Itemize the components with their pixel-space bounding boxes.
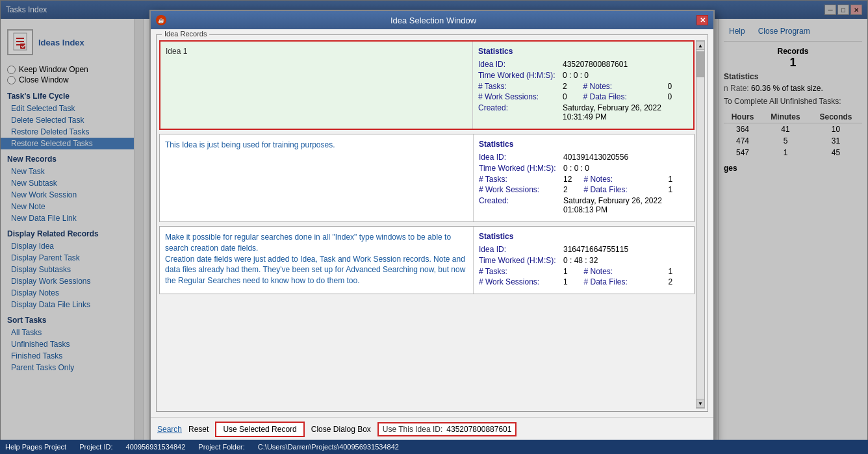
status-folder-label: Project Folder: (198, 443, 245, 451)
data-files-value-1: 0 (668, 92, 672, 101)
status-project-id: 400956931534842 (126, 443, 186, 451)
modal-title: Idea Selection Window (170, 16, 696, 25)
notes-label-2: # Notes: (584, 175, 669, 184)
stats-1-title: Statistics (478, 47, 688, 56)
idea-card-1-stats: Statistics Idea ID: 435207800887601 Time… (472, 42, 693, 129)
idea-card-3[interactable]: Make it possible for regular searches do… (159, 226, 695, 294)
status-folder: C:\Users\Darren\Projects\400956931534842 (258, 443, 399, 451)
modal-close-button[interactable]: ✕ (696, 15, 708, 25)
tasks-label-2: # Tasks: (479, 175, 563, 184)
scroll-up-button[interactable]: ▲ (696, 41, 705, 50)
stats-3-title: Statistics (479, 232, 689, 241)
idea-card-2-text: This Idea is just being used for trainin… (160, 134, 473, 221)
work-sessions-label-2: # Work Sessions: (479, 185, 563, 194)
idea-id-label-1: Idea ID: (478, 60, 563, 69)
idea-id-label-2: Idea ID: (479, 153, 563, 162)
modal-bottom-bar: Search Reset Use Selected Record Close D… (151, 417, 713, 440)
idea-card-3-stats: Statistics Idea ID: 316471664755115 Time… (473, 227, 694, 294)
tasks-value-1: 2 (563, 82, 567, 91)
use-selected-button[interactable]: Use Selected Record (215, 422, 304, 437)
idea-records-label: Idea Records (162, 30, 209, 38)
data-files-value-3: 2 (669, 277, 673, 286)
notes-value-2: 1 (669, 175, 673, 184)
tasks-label-3: # Tasks: (479, 267, 563, 276)
idea-id-value-1: 435207800887601 (563, 60, 628, 69)
status-project-id-label: Project ID: (79, 443, 112, 451)
tasks-value-3: 1 (563, 267, 568, 276)
idea-2-name: This Idea is just being used for trainin… (165, 140, 335, 149)
time-worked-label-2: Time Worked (H:M:S): (479, 164, 563, 173)
time-worked-label-1: Time Worked (H:M:S): (478, 71, 563, 80)
idea-card-1[interactable]: Idea 1 Statistics Idea ID: 4352078008876… (159, 40, 695, 130)
time-worked-value-1: 0 : 0 : 0 (563, 71, 589, 80)
data-files-label-1: # Data Files: (583, 92, 668, 101)
use-idea-id-label: Use This Idea ID: (383, 425, 442, 434)
notes-label-3: # Notes: (584, 267, 669, 276)
tasks-value-2: 12 (563, 175, 572, 184)
java-icon: ☕ (156, 15, 166, 25)
idea-list-scrollbar[interactable]: ▲ ▼ (696, 40, 705, 409)
data-files-value-2: 1 (669, 185, 673, 194)
scroll-down-button[interactable]: ▼ (696, 399, 705, 408)
created-label-2: Created: (479, 196, 563, 214)
modal-titlebar: ☕ Idea Selection Window ✕ (151, 11, 713, 29)
close-dialog-label: Close Dialog Box (311, 425, 371, 434)
notes-value-3: 1 (669, 267, 673, 276)
work-sessions-value-1: 0 (563, 92, 567, 101)
data-files-label-2: # Data Files: (584, 185, 669, 194)
modal-overlay: ☕ Idea Selection Window ✕ Idea Records I… (0, 0, 868, 454)
idea-id-value-3: 316471664755115 (563, 245, 628, 254)
notes-label-1: # Notes: (583, 82, 668, 91)
work-sessions-label-3: # Work Sessions: (479, 277, 563, 286)
idea-id-field-container: Use This Idea ID: 435207800887601 (377, 422, 517, 436)
notes-value-1: 0 (668, 82, 672, 91)
data-files-label-3: # Data Files: (584, 277, 669, 286)
reset-label: Reset (188, 425, 209, 434)
time-worked-value-3: 0 : 48 : 32 (563, 256, 598, 265)
tasks-label-1: # Tasks: (478, 82, 563, 91)
status-bar: Help Pages Project Project ID: 400956931… (0, 440, 868, 454)
time-worked-value-2: 0 : 0 : 0 (563, 164, 589, 173)
idea-card-2-stats: Statistics Idea ID: 401391413020556 Time… (473, 134, 694, 221)
status-project: Help Pages Project (5, 443, 66, 451)
modal-window: ☕ Idea Selection Window ✕ Idea Records I… (149, 10, 715, 442)
idea-1-name: Idea 1 (166, 47, 187, 56)
idea-card-2[interactable]: This Idea is just being used for trainin… (159, 134, 695, 222)
created-value-2: Saturday, February 26, 2022 01:08:13 PM (563, 196, 689, 214)
idea-id-label-3: Idea ID: (479, 245, 563, 254)
idea-3-name: Make it possible for regular searches do… (165, 233, 465, 285)
idea-card-1-text: Idea 1 (160, 42, 472, 129)
idea-card-3-text: Make it possible for regular searches do… (160, 227, 473, 294)
idea-id-display: 435207800887601 (446, 425, 511, 434)
created-value-1: Saturday, February 26, 2022 10:31:49 PM (563, 103, 688, 121)
created-label-1: Created: (478, 103, 563, 121)
search-button[interactable]: Search (157, 425, 182, 434)
time-worked-label-3: Time Worked (H:M:S): (479, 256, 563, 265)
scroll-thumb[interactable] (696, 51, 704, 77)
work-sessions-value-2: 2 (563, 185, 568, 194)
work-sessions-label-1: # Work Sessions: (478, 92, 563, 101)
work-sessions-value-3: 1 (563, 277, 568, 286)
stats-2-title: Statistics (479, 140, 689, 149)
idea-id-value-2: 401391413020556 (563, 153, 628, 162)
